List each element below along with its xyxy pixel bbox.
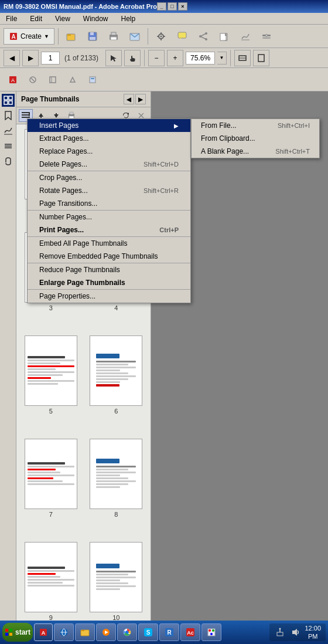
page-count: (1 of 2133): [64, 54, 98, 62]
sidebar-thumbnails-icon[interactable]: [2, 94, 15, 107]
acrobat2-icon: Ac: [186, 628, 195, 637]
chrome-icon: [122, 628, 132, 637]
tb2-btn-2[interactable]: [23, 70, 42, 89]
ctx-reduce-thumbnails[interactable]: Reduce Page Thumbnails: [28, 263, 190, 276]
ctx-delete-pages[interactable]: Delete Pages... Shift+Ctrl+D: [28, 158, 190, 171]
sub-from-file[interactable]: From File... Shift+Ctrl+I: [192, 119, 319, 132]
fit-width-button[interactable]: [234, 50, 251, 66]
menu-file[interactable]: File: [2, 13, 20, 24]
thumb-label-7: 7: [49, 511, 53, 518]
fit-page-button[interactable]: [253, 50, 269, 66]
title-bar-controls[interactable]: _ □ ×: [157, 2, 187, 11]
create-button[interactable]: A Create ▼: [4, 28, 54, 45]
ctx-number-pages[interactable]: Number Pages...: [28, 211, 190, 223]
share-button[interactable]: [194, 27, 213, 46]
collapse-right-button[interactable]: ▶: [135, 94, 146, 104]
taskbar-r[interactable]: R: [159, 623, 179, 641]
zoom-dropdown-button[interactable]: ▼: [217, 52, 227, 65]
open-button[interactable]: [62, 27, 81, 46]
sign-button[interactable]: [236, 27, 255, 46]
ctx-page-transitions-label: Page Transitions...: [39, 199, 97, 208]
tray-icon-2[interactable]: [289, 626, 301, 638]
zoom-input[interactable]: [186, 52, 215, 65]
ctx-page-transitions[interactable]: Page Transitions...: [28, 197, 190, 210]
taskbar-tray: 12:00PM: [269, 623, 326, 641]
taskbar-acrobat[interactable]: A: [34, 623, 53, 641]
print-button[interactable]: [104, 27, 123, 46]
taskbar-ie[interactable]: [54, 623, 74, 641]
settings-button[interactable]: [152, 27, 170, 46]
svg-rect-50: [22, 114, 30, 116]
tb2-btn-4[interactable]: [63, 70, 82, 89]
hand-tool-button[interactable]: [124, 50, 141, 66]
collapse-left-button[interactable]: ◀: [124, 94, 134, 104]
menu-help[interactable]: Help: [118, 13, 139, 24]
ctx-crop-pages[interactable]: Crop Pages...: [28, 171, 190, 184]
svg-rect-14: [157, 36, 159, 37]
ctx-print-pages[interactable]: Print Pages... Ctrl+P: [28, 223, 190, 236]
taskbar-media[interactable]: [96, 623, 116, 641]
ctx-insert-pages[interactable]: Insert Pages ▶: [28, 119, 190, 132]
prev-page-button[interactable]: ◀: [4, 50, 20, 66]
taskbar-skype[interactable]: S: [138, 623, 158, 641]
tb2-btn-1[interactable]: A: [4, 70, 22, 89]
taskbar-paint[interactable]: [201, 623, 221, 641]
email-button[interactable]: [125, 27, 144, 46]
menu-view[interactable]: View: [52, 13, 74, 24]
svg-rect-86: [277, 632, 283, 636]
ctx-replace-pages[interactable]: Replace Pages...: [28, 145, 190, 158]
svg-rect-47: [5, 145, 12, 147]
minimize-button[interactable]: _: [157, 2, 166, 11]
ctx-enlarge-thumbnails[interactable]: Enlarge Page Thumbnails: [28, 276, 190, 289]
zoom-out-button[interactable]: −: [148, 50, 165, 66]
start-button[interactable]: start: [2, 623, 33, 642]
sub-blank-page[interactable]: A Blank Page... Shift+Ctrl+T: [192, 145, 319, 158]
taskbar-explorer[interactable]: [75, 623, 95, 641]
menu-edit[interactable]: Edit: [26, 13, 46, 24]
close-button[interactable]: ×: [178, 2, 187, 11]
ctx-page-properties[interactable]: Page Properties...: [28, 290, 190, 303]
sidebar-layers-icon[interactable]: [2, 140, 15, 152]
ctx-section-2: Crop Pages... Rotate Pages... Shift+Ctrl…: [28, 171, 190, 211]
ctx-extract-pages-label: Extract Pages...: [39, 134, 89, 143]
next-page-button[interactable]: ▶: [22, 50, 39, 66]
svg-point-85: [210, 633, 213, 635]
menu-window[interactable]: Window: [80, 13, 112, 24]
tb2-btn-3[interactable]: [43, 70, 62, 89]
tools-button[interactable]: [257, 27, 276, 46]
sidebar-bookmarks-icon[interactable]: [2, 109, 15, 122]
attachments-icon: [4, 157, 13, 166]
comment-button[interactable]: [173, 27, 192, 46]
thumbnails-header-controls[interactable]: ◀ ▶: [124, 94, 146, 104]
thumb-item-7[interactable]: 7: [21, 439, 81, 536]
zoom-in-button[interactable]: +: [167, 50, 183, 66]
save-button[interactable]: [83, 27, 102, 46]
export-button[interactable]: [215, 27, 234, 46]
select-tool-button[interactable]: [105, 50, 122, 66]
ctx-delete-pages-shortcut: Shift+Ctrl+D: [144, 161, 179, 168]
nav-separator-2: [230, 50, 231, 66]
ctx-rotate-pages[interactable]: Rotate Pages... Shift+Ctrl+R: [28, 184, 190, 197]
svg-rect-56: [56, 113, 57, 114]
thumb-item-6[interactable]: 6: [87, 335, 146, 433]
tb2-icon-2: [28, 75, 37, 84]
taskbar-acrobat2[interactable]: Ac: [180, 623, 200, 641]
page-number-input[interactable]: [41, 52, 60, 65]
sidebar-signatures-icon[interactable]: [2, 124, 15, 137]
tray-icon-1[interactable]: [274, 626, 286, 638]
sub-blank-page-shortcut: Shift+Ctrl+T: [275, 148, 310, 155]
sidebar-attachments-icon[interactable]: [2, 155, 15, 168]
svg-point-88: [279, 628, 281, 630]
ctx-extract-pages[interactable]: Extract Pages...: [28, 132, 190, 145]
maximize-button[interactable]: □: [168, 2, 177, 11]
ctx-embed-thumbnails[interactable]: Embed All Page Thumbnails: [28, 237, 190, 250]
taskbar-chrome[interactable]: [117, 623, 137, 641]
tray-volume-icon: [291, 628, 300, 637]
ctx-remove-thumbnails[interactable]: Remove Embedded Page Thumbnails: [28, 250, 190, 263]
thumb-item-5[interactable]: 5: [21, 335, 81, 433]
sub-from-clipboard[interactable]: From Clipboard...: [192, 132, 319, 145]
sub-blank-page-label: A Blank Page...: [201, 147, 249, 155]
thumb-item-8[interactable]: 8: [87, 439, 146, 536]
windows-logo-icon: [5, 628, 13, 636]
tb2-btn-5[interactable]: [83, 70, 102, 89]
